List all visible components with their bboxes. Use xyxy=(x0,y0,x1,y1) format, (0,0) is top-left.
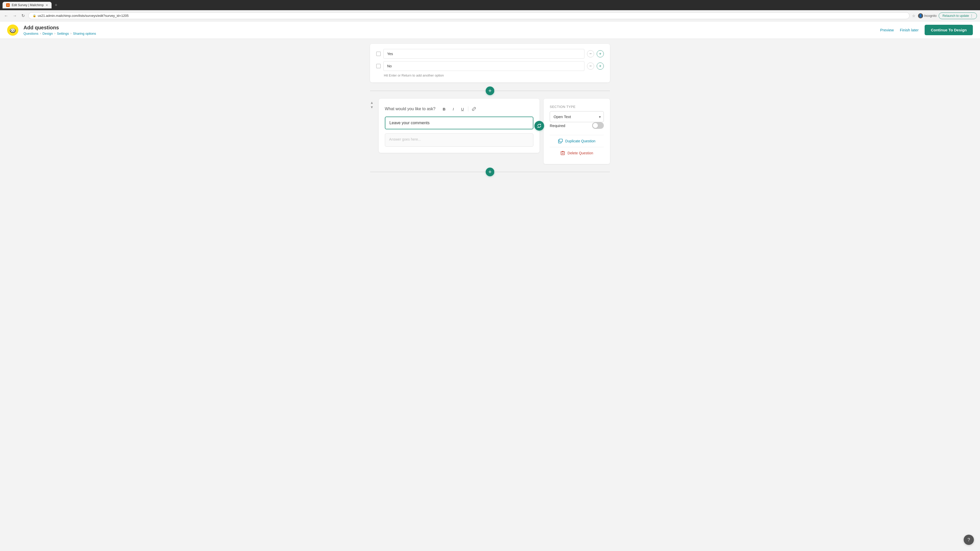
svg-rect-6 xyxy=(559,139,563,142)
option-input-yes[interactable] xyxy=(383,49,584,59)
answer-placeholder: Answer goes here... xyxy=(385,133,533,147)
panel-divider-2 xyxy=(550,147,604,147)
option-checkbox-no[interactable] xyxy=(376,64,381,68)
duplicate-label: Duplicate Question xyxy=(565,139,595,143)
svg-point-3 xyxy=(11,30,12,30)
option-plus-yes[interactable]: + xyxy=(597,50,604,57)
option-checkbox-yes[interactable] xyxy=(376,52,381,56)
section-type-select[interactable]: Open Text Multiple Choice Checkboxes Dro… xyxy=(550,111,604,122)
toolbar-divider xyxy=(468,106,468,111)
section-type-label: Section Type xyxy=(550,105,604,109)
divider-line-left-1 xyxy=(370,91,486,91)
previous-question-section: − + − + Hit Enter or Return to add anoth… xyxy=(370,44,610,83)
breadcrumb-questions[interactable]: Questions xyxy=(24,32,38,35)
survey-container: − + − + Hit Enter or Return to add anoth… xyxy=(365,44,615,176)
duplicate-icon xyxy=(558,139,563,143)
duplicate-question-button[interactable]: Duplicate Question xyxy=(550,136,604,146)
finish-later-button[interactable]: Finish later xyxy=(900,28,918,32)
add-question-button-2[interactable]: + xyxy=(486,168,494,176)
incognito-badge: 👤 Incognito xyxy=(918,13,937,18)
link-button[interactable] xyxy=(470,105,478,113)
option-plus-no[interactable]: + xyxy=(597,62,604,70)
header-actions: Preview Finish later Continue To Design xyxy=(880,25,973,35)
tab-favicon: M xyxy=(6,3,10,7)
bookmark-button[interactable]: ☆ xyxy=(912,14,915,18)
relaunch-button[interactable]: Relaunch to update ⋮ xyxy=(939,13,977,19)
mailchimp-logo xyxy=(7,24,18,36)
divider-line-left-2 xyxy=(370,171,486,172)
divider-line-right-1 xyxy=(494,91,610,91)
breadcrumb-sep-1: › xyxy=(40,32,41,35)
italic-button[interactable]: I xyxy=(449,105,457,113)
page-title: Add questions xyxy=(24,25,875,30)
incognito-icon: 👤 xyxy=(918,13,923,18)
required-row: Required xyxy=(550,122,604,129)
back-button[interactable]: ← xyxy=(3,13,9,19)
collapse-arrows: ▲ ▼ xyxy=(370,101,374,109)
option-hint-text: Hit Enter or Return to add another optio… xyxy=(376,73,604,77)
sync-icon xyxy=(537,123,542,128)
new-tab-button[interactable]: + xyxy=(55,3,57,8)
bold-button[interactable]: B xyxy=(440,105,448,113)
address-bar-row: ← → ↻ 🔒 us21.admin.mailchimp.com/lists/s… xyxy=(0,10,980,21)
relaunch-chevron: ⋮ xyxy=(970,14,973,17)
option-row-yes: − + xyxy=(376,49,604,59)
tab-close-button[interactable]: ✕ xyxy=(46,3,48,7)
breadcrumb-settings[interactable]: Settings xyxy=(57,32,69,35)
lock-icon: 🔒 xyxy=(33,14,36,17)
required-toggle[interactable] xyxy=(592,122,604,129)
preview-button[interactable]: Preview xyxy=(880,28,894,32)
browser-chrome: M Edit Survey | Mailchimp ✕ + xyxy=(0,0,980,10)
breadcrumb-sep-3: › xyxy=(70,32,72,35)
question-text-input[interactable] xyxy=(385,117,533,129)
refresh-button[interactable]: ↻ xyxy=(21,12,26,19)
forward-button[interactable]: → xyxy=(12,13,18,19)
add-question-button-1[interactable]: + xyxy=(486,86,494,95)
collapse-up-arrow[interactable]: ▲ xyxy=(370,101,374,104)
breadcrumb-sharing[interactable]: Sharing options xyxy=(73,32,96,35)
section-divider-1: + xyxy=(370,86,610,95)
url-text: us21.admin.mailchimp.com/lists/surveys/e… xyxy=(38,14,129,17)
app-header: Add questions Questions › Design › Setti… xyxy=(0,21,980,39)
svg-point-4 xyxy=(14,30,14,30)
option-input-no[interactable] xyxy=(383,61,584,71)
svg-rect-7 xyxy=(561,152,565,155)
question-toolbar-label: What would you like to ask? xyxy=(385,106,435,111)
option-minus-no[interactable]: − xyxy=(587,62,594,70)
divider-line-right-2 xyxy=(494,171,610,172)
panel-divider-1 xyxy=(550,135,604,135)
incognito-label: Incognito xyxy=(924,14,937,17)
extensions-area: 👤 Incognito Relaunch to update ⋮ xyxy=(918,13,977,19)
continue-to-design-button[interactable]: Continue To Design xyxy=(924,25,973,35)
section-type-select-wrapper: Open Text Multiple Choice Checkboxes Dro… xyxy=(550,111,604,122)
help-button[interactable]: ? xyxy=(964,535,974,545)
breadcrumb-sep-2: › xyxy=(54,32,56,35)
delete-question-button[interactable]: Delete Question xyxy=(550,148,604,158)
header-content: Add questions Questions › Design › Setti… xyxy=(24,25,875,35)
main-content: − + − + Hit Enter or Return to add anoth… xyxy=(0,39,980,551)
active-question-area: ▲ ▼ What would you like to ask? B I U xyxy=(370,99,610,164)
option-row-no: − + xyxy=(376,61,604,71)
delete-label: Delete Question xyxy=(568,151,593,155)
link-icon xyxy=(472,107,476,111)
relaunch-label: Relaunch to update xyxy=(942,14,969,17)
breadcrumb: Questions › Design › Settings › Sharing … xyxy=(24,32,875,35)
breadcrumb-design[interactable]: Design xyxy=(43,32,53,35)
right-panel: Section Type Open Text Multiple Choice C… xyxy=(544,99,610,164)
question-toolbar: What would you like to ask? B I U xyxy=(385,105,533,113)
browser-tab[interactable]: M Edit Survey | Mailchimp ✕ xyxy=(3,2,52,8)
underline-button[interactable]: U xyxy=(458,105,466,113)
collapse-down-arrow[interactable]: ▼ xyxy=(370,105,374,109)
tab-title: Edit Survey | Mailchimp xyxy=(12,3,44,7)
trash-icon xyxy=(560,151,565,156)
sync-button[interactable] xyxy=(535,121,544,130)
question-card: What would you like to ask? B I U Answer… xyxy=(379,99,539,153)
option-minus-yes[interactable]: − xyxy=(587,50,594,57)
address-bar[interactable]: 🔒 us21.admin.mailchimp.com/lists/surveys… xyxy=(28,12,910,19)
required-label: Required xyxy=(550,124,565,128)
section-divider-2: + xyxy=(370,168,610,176)
